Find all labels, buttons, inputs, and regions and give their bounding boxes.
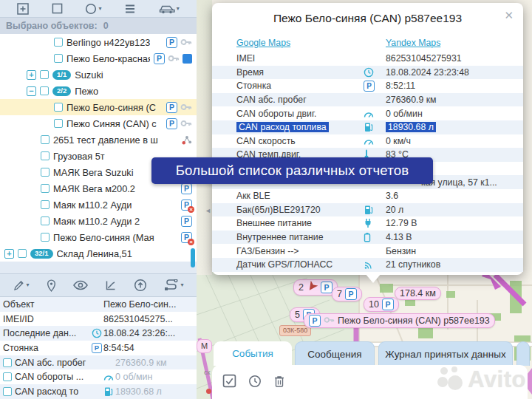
cluster-count: 7: [337, 289, 342, 299]
parking-icon: P: [382, 299, 394, 310]
tree-row[interactable]: Пежо Бело-синяя (Мая P: [0, 229, 197, 245]
tree-row[interactable]: Пежо Синяя (CAN) с P: [0, 115, 197, 132]
parking-off-icon[interactable]: P: [181, 232, 192, 243]
gauge-icon: [364, 109, 386, 118]
map-cluster-partial[interactable]: М: [197, 339, 212, 353]
toolbar-button[interactable]: ▾: [159, 3, 180, 14]
object-checkbox[interactable]: [41, 151, 50, 160]
key-icon: [180, 103, 192, 111]
google-maps-link[interactable]: Google Maps: [236, 38, 290, 48]
sensor-checkbox[interactable]: [3, 372, 12, 381]
fuel-icon: [102, 386, 115, 397]
tree-scrollbar-thumb[interactable]: [191, 248, 195, 267]
action-button[interactable]: [273, 375, 285, 390]
object-checkbox[interactable]: [41, 184, 50, 193]
popup-row: ГАЗ/Бензин --> Бензин: [212, 244, 523, 258]
satellite-icon: [364, 259, 386, 270]
objects-tree: Berlingo н422ув123 P Пежо Бело-красная P…: [0, 34, 197, 262]
param-value: 4.13 В: [386, 232, 412, 242]
tree-row[interactable]: Пежо Бело-красная P: [0, 50, 197, 66]
map-vehicle-bubble[interactable]: P Пежо Бело-синяя (CAN) p587ee193: [304, 313, 495, 328]
popup-row: Стоянка P 8:52:11: [212, 79, 523, 93]
object-checkbox[interactable]: [54, 103, 63, 112]
map-poi-marker: [206, 389, 211, 394]
toolbar-button[interactable]: ▾: [164, 279, 183, 291]
tree-row[interactable]: − 2/2 Пежо: [0, 83, 197, 99]
tree-row[interactable]: Пежо Бело-синяя (С P: [0, 99, 197, 115]
tree-footer: [0, 262, 197, 273]
fuel-icon: [364, 205, 386, 215]
object-checkbox[interactable]: [41, 135, 50, 144]
toolbar-button[interactable]: [105, 279, 117, 291]
tab-partial[interactable]: [516, 341, 530, 366]
object-checkbox[interactable]: [41, 168, 50, 177]
bluesq-icon: [183, 54, 192, 64]
parking-icon[interactable]: P: [166, 37, 177, 48]
expand-toggle[interactable]: +: [4, 249, 14, 259]
object-checkbox[interactable]: [18, 249, 27, 258]
expand-toggle[interactable]: +: [27, 70, 36, 80]
toolbar-button[interactable]: [134, 279, 147, 292]
parking-icon[interactable]: P: [154, 53, 165, 64]
object-label: Пежо Синяя (CAN) с: [66, 118, 157, 129]
object-checkbox[interactable]: [40, 70, 49, 79]
toolbar-button[interactable]: ▾: [13, 279, 30, 291]
chevron-down-icon: ▾: [98, 6, 101, 12]
parking-icon[interactable]: P: [166, 102, 177, 113]
tab-data-log[interactable]: Журнал принятых данных: [378, 341, 513, 366]
tree-row[interactable]: Berlingo н422ув123 P: [0, 34, 197, 50]
map-cluster-2[interactable]: 2 P: [293, 279, 338, 296]
map-sliver: [197, 0, 212, 275]
toolbar-button[interactable]: [124, 3, 136, 15]
param-label: IMEI: [236, 53, 255, 64]
detail-row: CAN обороты ... 0 об/мин: [0, 369, 197, 384]
object-checkbox[interactable]: [40, 86, 49, 95]
object-checkbox[interactable]: [41, 200, 50, 209]
panel-collapse-icon[interactable]: ◄: [205, 207, 211, 214]
object-details: Объект Пежо Бело-син... IMEI/ID 86253104…: [0, 297, 197, 399]
parking-icon[interactable]: P: [181, 183, 192, 194]
close-icon[interactable]: ✕: [504, 10, 514, 21]
object-checkbox[interactable]: [54, 38, 63, 47]
yandex-maps-link[interactable]: Yandex Maps: [386, 38, 440, 48]
gauge-icon: [364, 137, 386, 146]
detail-value: 18.08.24 23:26:...: [103, 328, 194, 338]
sensor-checkbox[interactable]: [3, 358, 12, 367]
popup-row: CAN обороты двиг. 0 об/мин: [212, 106, 523, 120]
sensor-checkbox[interactable]: [3, 387, 12, 396]
param-value: 862531045275931: [386, 53, 462, 64]
parking-icon[interactable]: P: [181, 216, 192, 227]
map-cluster-7[interactable]: 7 P: [332, 287, 362, 301]
tree-row[interactable]: 2651 тест давление в ш: [0, 132, 197, 148]
tree-row[interactable]: + 32/1 Склад Ленина,51: [0, 245, 197, 262]
object-label: Грузовая 5т: [53, 151, 105, 162]
tree-row[interactable]: Маяк м110.2 Ауди 2 P: [0, 213, 197, 229]
object-checkbox[interactable]: [54, 54, 63, 63]
detail-label: CAN расход то: [15, 386, 102, 397]
toolbar-button[interactable]: [17, 3, 29, 15]
object-checkbox[interactable]: [41, 233, 50, 242]
detail-value: 0 об/мин: [115, 372, 194, 382]
map-links: Google Maps Yandex Maps: [212, 35, 523, 50]
pin-icon: [47, 279, 56, 292]
tab-events[interactable]: События: [214, 341, 292, 366]
param-value: 18.08.2024 23:23:48: [386, 67, 469, 78]
parking-icon[interactable]: P: [166, 118, 177, 129]
toolbar-button[interactable]: ▾: [85, 3, 101, 15]
tree-row[interactable]: Маяк м110.2 Ауди P: [0, 197, 197, 213]
toolbar-button[interactable]: [52, 3, 63, 14]
cluster-count: 5: [295, 310, 300, 320]
toolbar-button[interactable]: [73, 280, 88, 290]
object-checkbox[interactable]: [41, 216, 50, 225]
tab-messages[interactable]: Сообщения: [295, 341, 375, 366]
toolbar-button[interactable]: [47, 279, 56, 292]
action-button[interactable]: [248, 375, 262, 390]
param-value: 20 л: [386, 205, 403, 215]
tree-row[interactable]: + 1/1 Suzuki: [0, 66, 197, 83]
param-label: Внешнее питание: [236, 218, 312, 228]
parking-off-icon[interactable]: P: [181, 200, 192, 211]
expand-toggle[interactable]: −: [27, 86, 36, 96]
action-button[interactable]: [222, 374, 236, 390]
object-checkbox[interactable]: [54, 119, 63, 128]
map-cluster-10[interactable]: 10 P: [364, 297, 399, 312]
